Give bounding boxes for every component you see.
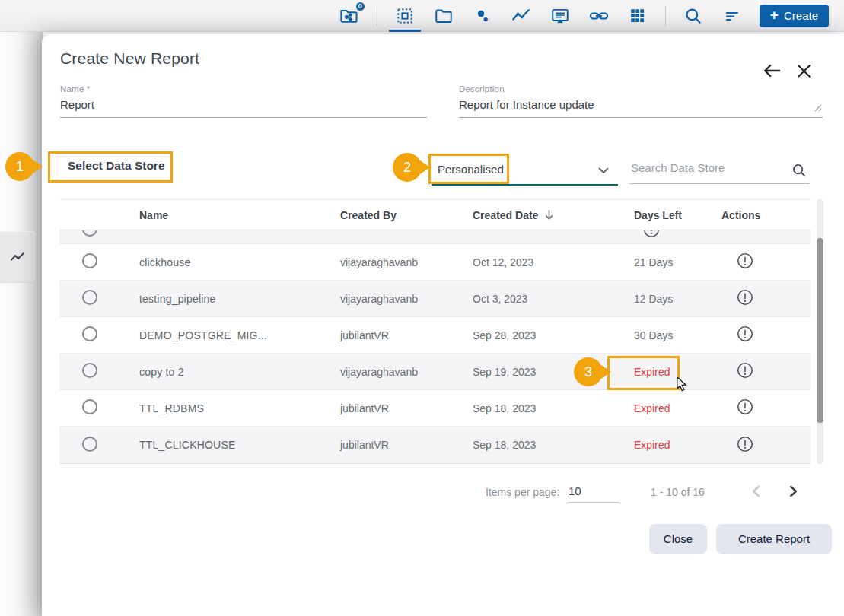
datastore-created-date: Sep 19, 2023 [455, 366, 609, 378]
info-warning-icon[interactable] [737, 289, 753, 306]
sort-descending-icon [544, 209, 554, 221]
radio-button[interactable] [82, 326, 97, 341]
column-header-days-left[interactable]: Days Left [609, 209, 704, 221]
close-button[interactable] [794, 61, 814, 81]
previous-page-button[interactable] [748, 484, 765, 500]
datastore-created-date: Oct 12, 2023 [455, 256, 609, 268]
board-list-icon[interactable] [549, 5, 572, 27]
info-warning-icon[interactable] [737, 362, 753, 379]
datastore-created-date: Oct 3, 2023 [455, 293, 609, 305]
data-store-search [629, 156, 809, 184]
column-header-name[interactable]: Name [122, 209, 320, 221]
plus-icon: + [770, 8, 779, 22]
info-warning-icon[interactable] [737, 325, 753, 342]
search-icon[interactable] [682, 5, 705, 27]
items-per-page-select[interactable]: 10 [569, 484, 619, 503]
link-icon[interactable] [588, 5, 610, 27]
table-header-row: Name Created By Created Date Days Left A… [59, 200, 811, 230]
description-field-label: Description [459, 84, 823, 94]
table-row-partial[interactable] [59, 230, 811, 244]
pagination-range: 1 - 10 of 16 [651, 486, 705, 498]
datastore-name: copy to 2 [122, 366, 320, 378]
items-per-page-label: Items per page: [486, 486, 559, 498]
datastore-created-by: vijayaraghavanb [320, 366, 455, 378]
name-field-group: Name * [60, 84, 427, 118]
dropdown-selected-value: Personalised [438, 163, 504, 176]
table-row[interactable]: clickhouse vijayaraghavanb Oct 12, 2023 … [59, 244, 811, 281]
close-icon [794, 61, 814, 81]
created-date-header-label: Created Date [473, 209, 538, 221]
table-scrollbar-thumb[interactable] [817, 238, 823, 423]
create-button[interactable]: + Create [760, 5, 829, 27]
app-screen: 0 [0, 0, 844, 616]
search-icon[interactable] [791, 162, 807, 179]
radio-button[interactable] [82, 230, 97, 237]
info-warning-icon[interactable] [737, 436, 753, 452]
table-row[interactable]: testing_pipeline vijayaraghavanb Oct 3, … [59, 281, 811, 317]
datastore-name: TTL_CLICKHOUSE [122, 439, 320, 451]
info-warning-icon[interactable] [737, 252, 753, 269]
create-report-button[interactable]: Create Report [716, 524, 832, 554]
radio-button[interactable] [82, 253, 97, 268]
datastore-days-left-expired: Expired [609, 439, 704, 451]
info-warning-icon[interactable] [643, 230, 660, 238]
modal-title: Create New Report [60, 49, 199, 68]
back-button[interactable] [760, 59, 783, 82]
toolbar-divider [665, 6, 666, 26]
table-row[interactable]: DEMO_POSTGRE_MIG... jubilantVR Sep 28, 2… [59, 317, 811, 354]
name-input[interactable] [60, 97, 427, 118]
data-grid-icon[interactable] [626, 5, 649, 27]
datastore-days-left: 12 Days [609, 293, 704, 305]
datastore-name: TTL_RDBMS [122, 402, 320, 414]
shared-reports-folder-icon[interactable]: 0 [338, 5, 361, 27]
datastore-created-date: Sep 28, 2023 [455, 329, 609, 341]
close-modal-button[interactable]: Close [649, 524, 707, 554]
select-data-store-label: Select Data Store [68, 159, 165, 173]
share-count-badge: 0 [355, 1, 366, 12]
sort-filter-icon[interactable] [721, 5, 744, 27]
datastore-created-by: jubilantVR [320, 439, 455, 451]
datastore-days-left: 30 Days [609, 329, 704, 341]
datastore-created-date: Sep 18, 2023 [455, 439, 609, 451]
toolbar-divider [377, 6, 377, 26]
radio-button[interactable] [82, 363, 97, 378]
info-warning-icon[interactable] [737, 398, 753, 415]
create-button-label: Create [784, 9, 818, 22]
table-row[interactable]: copy to 2 vijayaraghavanb Sep 19, 2023 E… [59, 354, 811, 390]
datastore-name: clickhouse [122, 256, 320, 268]
table-row[interactable]: TTL_RDBMS jubilantVR Sep 18, 2023 Expire… [59, 390, 811, 427]
datastore-created-date: Sep 18, 2023 [455, 402, 609, 414]
name-field-label: Name * [60, 84, 427, 94]
create-report-modal: Create New Report Name * Description Sel… [42, 34, 844, 616]
datastore-name: DEMO_POSTGRE_MIG... [122, 329, 320, 341]
background-chart-tab[interactable] [0, 231, 35, 283]
bubble-cluster-icon[interactable] [471, 5, 494, 27]
chevron-down-icon [598, 167, 609, 174]
folder-icon[interactable] [432, 5, 455, 27]
datastore-created-by: vijayaraghavanb [320, 256, 455, 268]
table-row[interactable]: TTL_CLICKHOUSE jubilantVR Sep 18, 2023 E… [59, 427, 811, 463]
datastore-days-left: 21 Days [609, 256, 704, 268]
radio-button[interactable] [82, 399, 97, 414]
chevron-left-icon [750, 484, 763, 498]
datastore-created-by: jubilantVR [320, 329, 455, 341]
top-toolbar: 0 [0, 0, 844, 32]
data-store-category-dropdown[interactable]: Personalised [432, 156, 618, 186]
column-header-created-by[interactable]: Created By [320, 209, 455, 221]
search-data-store-input[interactable] [629, 156, 809, 184]
radio-button[interactable] [82, 290, 97, 305]
datastore-name: testing_pipeline [122, 293, 320, 305]
radio-button[interactable] [82, 437, 97, 452]
textarea-resize-handle-icon[interactable] [814, 104, 822, 112]
line-chart-icon[interactable] [510, 5, 533, 27]
description-input[interactable] [459, 97, 823, 118]
dashboard-chip-icon[interactable] [393, 5, 416, 27]
table-scrollbar-track[interactable] [817, 199, 823, 464]
data-store-table: Name Created By Created Date Days Left A… [59, 199, 811, 464]
description-field-group: Description [459, 84, 823, 118]
datastore-days-left-expired: Expired [609, 366, 704, 378]
next-page-button[interactable] [785, 484, 801, 500]
arrow-left-icon [760, 59, 783, 82]
background-page [0, 32, 43, 616]
column-header-created-date[interactable]: Created Date [455, 209, 609, 221]
